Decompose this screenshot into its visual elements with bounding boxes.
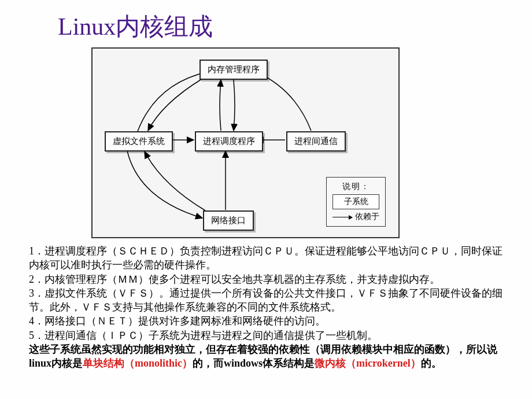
concl-red2: 微内核（microkernel） [315, 357, 421, 369]
list-item-2: 2．内核管理程序（ＭＭ）使多个进程可以安全地共享机器的主存系统，并支持虚拟内存。 [29, 272, 509, 286]
legend-subsystem: 子系统 [332, 194, 379, 209]
list-item-5: 5．进程间通信（ＩＰＣ）子系统为进程与进程之间的通信提供了一些机制。 [29, 328, 509, 342]
concl-part2: 的，而windows体系结构是 [193, 357, 315, 369]
legend-depends-row: 依赖于 [332, 212, 379, 222]
arrow-icon [332, 217, 352, 217]
legend: 说明： 子系统 依赖于 [326, 177, 386, 227]
node-scheduler: 进程调度程序 [195, 131, 263, 152]
page-title: Linux内核组成 [0, 0, 532, 43]
concl-part3: 的。 [421, 357, 442, 369]
list-item-3: 3．虚拟文件系统（ＶＦＳ）。通过提供一个所有设备的公共文件接口，ＶＦＳ抽象了不同… [29, 286, 509, 315]
conclusion: 这些子系统虽然实现的功能相对独立，但存在着较强的依赖性（调用依赖模块中相应的函数… [29, 342, 509, 371]
description-list: 1．进程调度程序（ＳＣＨＥＤ）负责控制进程访问ＣＰＵ。保证进程能够公平地访问ＣＰ… [29, 244, 509, 371]
node-vfs: 虚拟文件系统 [105, 131, 173, 152]
legend-title: 说明： [332, 182, 379, 192]
legend-depends-label: 依赖于 [355, 212, 379, 222]
concl-red1: 单块结构（monolithic） [83, 357, 193, 369]
kernel-diagram: 内存管理程序 虚拟文件系统 进程调度程序 进程间通信 网络接口 说明： 子系统 … [91, 47, 400, 238]
list-item-4: 4．网络接口（ＮＥＴ）提供对许多建网标准和网络硬件的访问。 [29, 314, 509, 328]
node-ipc: 进程间通信 [286, 131, 346, 152]
list-item-1: 1．进程调度程序（ＳＣＨＥＤ）负责控制进程访问ＣＰＵ。保证进程能够公平地访问ＣＰ… [29, 244, 509, 272]
node-network: 网络接口 [203, 210, 254, 231]
node-memory-manager: 内存管理程序 [200, 60, 268, 80]
